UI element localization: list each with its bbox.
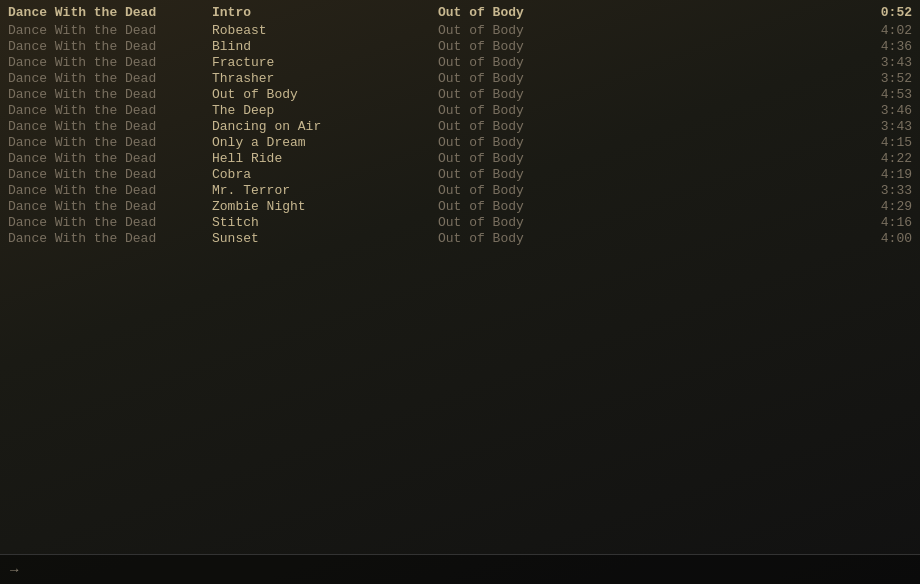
track-duration: 3:46 xyxy=(852,103,912,118)
track-album: Out of Body xyxy=(438,199,852,214)
bottom-bar: → xyxy=(0,554,920,584)
track-title: The Deep xyxy=(208,103,438,118)
track-title: Stitch xyxy=(208,215,438,230)
track-album: Out of Body xyxy=(438,87,852,102)
track-album: Out of Body xyxy=(438,167,852,182)
track-row[interactable]: Dance With the DeadDancing on AirOut of … xyxy=(0,118,920,134)
track-duration: 4:53 xyxy=(852,87,912,102)
track-title: Fracture xyxy=(208,55,438,70)
track-artist: Dance With the Dead xyxy=(8,5,208,20)
track-row[interactable]: Dance With the DeadIntroOut of Body0:52 xyxy=(0,4,920,20)
track-artist: Dance With the Dead xyxy=(8,87,208,102)
track-duration: 4:19 xyxy=(852,167,912,182)
track-artist: Dance With the Dead xyxy=(8,183,208,198)
track-title: Mr. Terror xyxy=(208,183,438,198)
track-row[interactable]: Dance With the DeadBlindOut of Body4:36 xyxy=(0,38,920,54)
track-album: Out of Body xyxy=(438,39,852,54)
track-artist: Dance With the Dead xyxy=(8,119,208,134)
track-album: Out of Body xyxy=(438,23,852,38)
track-artist: Dance With the Dead xyxy=(8,151,208,166)
track-album: Out of Body xyxy=(438,151,852,166)
track-duration: 3:43 xyxy=(852,119,912,134)
track-duration: 4:29 xyxy=(852,199,912,214)
track-artist: Dance With the Dead xyxy=(8,71,208,86)
track-title: Cobra xyxy=(208,167,438,182)
track-duration: 4:16 xyxy=(852,215,912,230)
track-duration: 4:02 xyxy=(852,23,912,38)
track-row[interactable]: Dance With the DeadSunsetOut of Body4:00 xyxy=(0,230,920,246)
track-artist: Dance With the Dead xyxy=(8,103,208,118)
track-duration: 4:22 xyxy=(852,151,912,166)
track-album: Out of Body xyxy=(438,119,852,134)
track-artist: Dance With the Dead xyxy=(8,135,208,150)
track-duration: 4:00 xyxy=(852,231,912,246)
track-album: Out of Body xyxy=(438,55,852,70)
track-row[interactable]: Dance With the DeadZombie NightOut of Bo… xyxy=(0,198,920,214)
track-album: Out of Body xyxy=(438,231,852,246)
track-duration: 0:52 xyxy=(852,5,912,20)
track-album: Out of Body xyxy=(438,183,852,198)
track-artist: Dance With the Dead xyxy=(8,23,208,38)
track-album: Out of Body xyxy=(438,5,852,20)
track-artist: Dance With the Dead xyxy=(8,39,208,54)
track-row[interactable]: Dance With the DeadOut of BodyOut of Bod… xyxy=(0,86,920,102)
track-title: Blind xyxy=(208,39,438,54)
track-row[interactable]: Dance With the DeadFractureOut of Body3:… xyxy=(0,54,920,70)
track-title: Thrasher xyxy=(208,71,438,86)
track-row[interactable]: Dance With the DeadStitchOut of Body4:16 xyxy=(0,214,920,230)
track-row[interactable]: Dance With the DeadMr. TerrorOut of Body… xyxy=(0,182,920,198)
track-row[interactable]: Dance With the DeadHell RideOut of Body4… xyxy=(0,150,920,166)
track-album: Out of Body xyxy=(438,215,852,230)
track-row[interactable]: Dance With the DeadRobeastOut of Body4:0… xyxy=(0,22,920,38)
track-album: Out of Body xyxy=(438,135,852,150)
track-duration: 3:33 xyxy=(852,183,912,198)
track-artist: Dance With the Dead xyxy=(8,167,208,182)
track-title: Dancing on Air xyxy=(208,119,438,134)
track-duration: 4:15 xyxy=(852,135,912,150)
track-title: Sunset xyxy=(208,231,438,246)
track-duration: 3:43 xyxy=(852,55,912,70)
track-title: Hell Ride xyxy=(208,151,438,166)
track-title: Zombie Night xyxy=(208,199,438,214)
track-duration: 4:36 xyxy=(852,39,912,54)
track-album: Out of Body xyxy=(438,103,852,118)
track-row[interactable]: Dance With the DeadThe DeepOut of Body3:… xyxy=(0,102,920,118)
track-list: Dance With the DeadIntroOut of Body0:52D… xyxy=(0,0,920,250)
track-title: Robeast xyxy=(208,23,438,38)
track-artist: Dance With the Dead xyxy=(8,231,208,246)
track-title: Out of Body xyxy=(208,87,438,102)
track-row[interactable]: Dance With the DeadCobraOut of Body4:19 xyxy=(0,166,920,182)
track-duration: 3:52 xyxy=(852,71,912,86)
track-artist: Dance With the Dead xyxy=(8,55,208,70)
track-album: Out of Body xyxy=(438,71,852,86)
track-row[interactable]: Dance With the DeadThrasherOut of Body3:… xyxy=(0,70,920,86)
track-title: Intro xyxy=(208,5,438,20)
arrow-icon: → xyxy=(10,562,18,578)
track-title: Only a Dream xyxy=(208,135,438,150)
track-artist: Dance With the Dead xyxy=(8,199,208,214)
track-artist: Dance With the Dead xyxy=(8,215,208,230)
track-row[interactable]: Dance With the DeadOnly a DreamOut of Bo… xyxy=(0,134,920,150)
